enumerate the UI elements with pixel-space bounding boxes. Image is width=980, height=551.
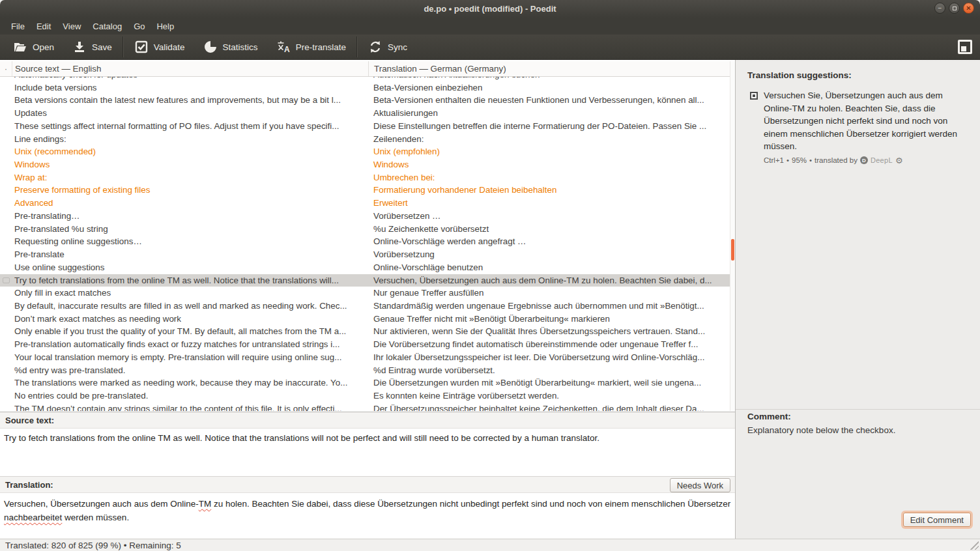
row-marker (0, 338, 12, 351)
toolbar-separator (356, 36, 358, 57)
window-title: de.po • poedit (modified) - Poedit (424, 4, 556, 14)
translation-cell: Standardmäßig werden ungenaue Ergebnisse… (368, 300, 730, 313)
table-header-translation[interactable]: Translation — German (Germany) (368, 61, 735, 76)
sync-button[interactable]: Sync (359, 35, 416, 59)
table-row[interactable]: Only fill in exact matchesNur genaue Tre… (0, 287, 730, 300)
translation-cell: Automatisch nach Aktualisierungen suchen (368, 77, 730, 81)
row-marker (0, 351, 12, 364)
row-marker (0, 389, 12, 403)
sidebar: Translation suggestions: Versuchen Sie, … (735, 60, 980, 539)
source-cell: Don’t mark exact matches as needing work (12, 313, 368, 326)
deepl-logo-icon: D (860, 156, 868, 164)
table-row[interactable]: WindowsWindows (0, 158, 730, 171)
gear-icon[interactable]: ⚙ (895, 156, 903, 165)
table-row[interactable]: Beta versions contain the latest new fea… (0, 94, 730, 107)
table-row[interactable]: Include beta versionsBeta-Versionen einb… (0, 81, 730, 94)
pretranslate-icon: A (276, 40, 291, 54)
sidebar-toggle-button[interactable] (958, 40, 972, 54)
translation-cell: %d Eintrag wurde vorübersetzt. (368, 364, 730, 377)
source-cell: %d entry was pre-translated. (12, 364, 368, 377)
source-cell: Only enable if you trust the quality of … (12, 325, 368, 338)
main-panel: · Source text — English Translation — Ge… (0, 60, 735, 539)
menu-item-help[interactable]: Help (151, 18, 180, 35)
row-marker (0, 235, 12, 248)
source-cell: Pre-translate (12, 248, 368, 261)
table-row[interactable]: Requesting online suggestions…Online-Vor… (0, 235, 730, 248)
table-row[interactable]: Only enable if you trust the quality of … (0, 325, 730, 338)
minimize-button[interactable]: − (934, 3, 945, 14)
table-row[interactable]: Pre-translateVorübersetzung (0, 248, 730, 261)
translation-cell: Beta-Versionen einbeziehen (368, 81, 730, 94)
menu-item-file[interactable]: File (5, 18, 31, 35)
source-cell: Use online suggestions (12, 261, 368, 274)
maximize-button[interactable] (949, 3, 960, 14)
source-cell: These settings affect internal formattin… (12, 120, 368, 133)
pretranslate-button[interactable]: APre-translate (267, 35, 355, 59)
open-button[interactable]: Open (4, 35, 63, 59)
source-text-label: Source text: (5, 416, 54, 425)
table-row[interactable]: These settings affect internal formattin… (0, 120, 730, 133)
table-scrollbar[interactable] (730, 61, 735, 411)
translation-cell: Erweitert (368, 197, 730, 210)
source-cell: Windows (12, 158, 368, 171)
misspelled-word: nachbearbeitet (4, 513, 62, 522)
toolbar: OpenSaveValidateStatisticsAPre-translate… (0, 35, 980, 60)
source-cell: Line endings: (12, 133, 368, 146)
row-marker (0, 94, 12, 107)
menu-item-catalog[interactable]: Catalog (87, 18, 128, 35)
source-cell: Only fill in exact matches (12, 287, 368, 300)
edit-comment-button[interactable]: Edit Comment (903, 513, 971, 527)
needs-work-button[interactable]: Needs Work (670, 478, 730, 492)
deepl-wordmark: DeepL (871, 156, 893, 164)
sidebar-divider (736, 409, 980, 410)
table-row[interactable]: Your local translation memory is empty. … (0, 351, 730, 364)
source-cell: By default, inaccurate results are fille… (12, 300, 368, 313)
menu-item-go[interactable]: Go (128, 18, 151, 35)
close-button[interactable]: ✕ (963, 3, 974, 14)
menu-item-view[interactable]: View (57, 18, 87, 35)
row-marker (0, 197, 12, 210)
comment-text: Explanatory note below the checkbox. (747, 425, 895, 435)
table-row[interactable]: Pre-translating…Vorübersetzen … (0, 210, 730, 223)
table-row[interactable]: Use online suggestionsOnline-Vorschläge … (0, 261, 730, 274)
table-row[interactable]: %d entry was pre-translated.%d Eintrag w… (0, 364, 730, 377)
source-cell: The TM doesn’t contain any strings simil… (12, 403, 368, 411)
validate-label: Validate (154, 42, 185, 52)
table-row[interactable]: Line endings:Zeilenenden: (0, 133, 730, 146)
table-row[interactable]: By default, inaccurate results are fille… (0, 300, 730, 313)
table-header-marker[interactable]: · (0, 61, 12, 76)
suggestion-item[interactable]: Versuchen Sie, Übersetzungen auch aus de… (736, 80, 980, 153)
translation-cell: Unix (empfohlen) (368, 145, 730, 158)
table-row[interactable]: Preserve formatting of existing filesFor… (0, 184, 730, 197)
row-marker (0, 248, 12, 261)
table-row[interactable]: Try to fetch translations from the onlin… (0, 274, 730, 287)
table-row[interactable]: Pre-translation automatically finds exac… (0, 338, 730, 351)
statistics-label: Statistics (223, 42, 258, 52)
validate-button[interactable]: Validate (125, 35, 194, 59)
table-scrollbar-thumb[interactable] (731, 239, 734, 261)
statistics-button[interactable]: Statistics (194, 35, 267, 59)
translation-cell: Windows (368, 158, 730, 171)
table-row[interactable]: Wrap at:Umbrechen bei: (0, 171, 730, 184)
translation-input[interactable]: Versuchen, Übersetzungen auch aus dem On… (0, 493, 735, 539)
row-marker (0, 81, 12, 94)
translation-cell: Formatierung vorhandener Dateien beibeha… (368, 184, 730, 197)
table-row[interactable]: Pre-translated %u string%u Zeichenkette … (0, 223, 730, 236)
table-row[interactable]: The translations were marked as needing … (0, 376, 730, 389)
translation-text-part: werden müssen. (62, 513, 129, 522)
table-row[interactable]: No entries could be pre-translated.Es ko… (0, 389, 730, 403)
table-row[interactable]: The TM doesn’t contain any strings simil… (0, 403, 730, 411)
table-row[interactable]: Automatically check for updatesAutomatis… (0, 77, 730, 81)
translation-cell: Vorübersetzung (368, 248, 730, 261)
table-row[interactable]: UpdatesAktualisierungen (0, 107, 730, 120)
save-button[interactable]: Save (63, 35, 121, 59)
table-row[interactable]: AdvancedErweitert (0, 197, 730, 210)
table-header-source[interactable]: Source text — English (12, 61, 368, 76)
statistics-icon (203, 40, 218, 54)
source-text-view: Try to fetch translations from the onlin… (0, 429, 735, 476)
translation-cell: Online-Vorschläge benutzen (368, 261, 730, 274)
comment-indicator-icon (3, 277, 10, 283)
table-row[interactable]: Unix (recommended)Unix (empfohlen) (0, 145, 730, 158)
menu-item-edit[interactable]: Edit (31, 18, 57, 35)
table-row[interactable]: Don’t mark exact matches as needing work… (0, 313, 730, 326)
